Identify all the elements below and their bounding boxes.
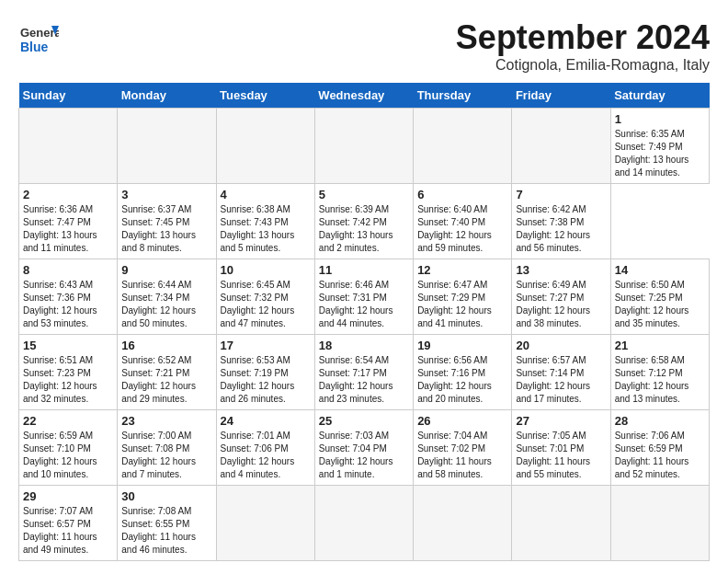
day-info: Sunrise: 6:43 AMSunset: 7:36 PMDaylight:… xyxy=(23,279,113,330)
day-info: Sunrise: 6:42 AMSunset: 7:38 PMDaylight:… xyxy=(516,203,606,255)
calendar-week-3: 15 Sunrise: 6:51 AMSunset: 7:23 PMDaylig… xyxy=(19,335,710,410)
weekday-header-row: SundayMondayTuesdayWednesdayThursdayFrid… xyxy=(19,83,710,109)
day-info: Sunrise: 6:53 AMSunset: 7:19 PMDaylight:… xyxy=(221,354,311,406)
day-info: Sunrise: 6:50 AMSunset: 7:25 PMDaylight:… xyxy=(615,279,705,330)
calendar-day-21: 21 Sunrise: 6:58 AMSunset: 7:12 PMDaylig… xyxy=(610,335,709,410)
day-number: 5 xyxy=(319,188,409,201)
calendar-day-14: 14 Sunrise: 6:50 AMSunset: 7:25 PMDaylig… xyxy=(610,259,709,335)
empty-cell xyxy=(314,486,413,561)
day-number: 15 xyxy=(23,339,113,352)
calendar-day-4: 4 Sunrise: 6:38 AMSunset: 7:43 PMDayligh… xyxy=(216,184,314,259)
day-info: Sunrise: 6:46 AMSunset: 7:31 PMDaylight:… xyxy=(319,279,409,330)
page-header: General Blue September 2024 Cotignola, E… xyxy=(18,18,710,74)
day-number: 8 xyxy=(23,263,113,277)
title-block: September 2024 Cotignola, Emilia-Romagna… xyxy=(456,18,710,74)
day-number: 20 xyxy=(516,339,606,352)
day-info: Sunrise: 6:35 AMSunset: 7:49 PMDaylight:… xyxy=(615,128,705,179)
calendar-day-5: 5 Sunrise: 6:39 AMSunset: 7:42 PMDayligh… xyxy=(314,184,413,259)
calendar-day-27: 27 Sunrise: 7:05 AMSunset: 7:01 PMDaylig… xyxy=(512,410,610,486)
logo: General Blue xyxy=(18,18,59,59)
day-info: Sunrise: 6:44 AMSunset: 7:34 PMDaylight:… xyxy=(121,279,211,330)
calendar-day-22: 22 Sunrise: 6:59 AMSunset: 7:10 PMDaylig… xyxy=(19,410,118,486)
calendar-day-13: 13 Sunrise: 6:49 AMSunset: 7:27 PMDaylig… xyxy=(512,259,610,335)
day-info: Sunrise: 6:37 AMSunset: 7:45 PMDaylight:… xyxy=(121,203,211,255)
calendar-day-3: 3 Sunrise: 6:37 AMSunset: 7:45 PMDayligh… xyxy=(118,184,216,259)
calendar-day-7: 7 Sunrise: 6:42 AMSunset: 7:38 PMDayligh… xyxy=(512,184,610,259)
day-number: 18 xyxy=(319,339,409,352)
calendar-day-12: 12 Sunrise: 6:47 AMSunset: 7:29 PMDaylig… xyxy=(414,259,512,335)
calendar-day-9: 9 Sunrise: 6:44 AMSunset: 7:34 PMDayligh… xyxy=(118,259,216,335)
day-info: Sunrise: 6:58 AMSunset: 7:12 PMDaylight:… xyxy=(615,354,705,406)
empty-cell xyxy=(216,486,314,561)
day-number: 6 xyxy=(417,188,507,201)
day-number: 24 xyxy=(221,414,311,428)
calendar-day-10: 10 Sunrise: 6:45 AMSunset: 7:32 PMDaylig… xyxy=(216,259,314,335)
weekday-header-monday: Monday xyxy=(118,83,216,109)
weekday-header-tuesday: Tuesday xyxy=(216,83,314,109)
day-info: Sunrise: 6:57 AMSunset: 7:14 PMDaylight:… xyxy=(516,354,606,406)
day-info: Sunrise: 6:36 AMSunset: 7:47 PMDaylight:… xyxy=(23,203,113,255)
day-number: 3 xyxy=(121,188,211,201)
month-title: September 2024 xyxy=(456,18,710,57)
calendar-body: 1 Sunrise: 6:35 AMSunset: 7:49 PMDayligh… xyxy=(19,109,710,561)
calendar-day-2: 2 Sunrise: 6:36 AMSunset: 7:47 PMDayligh… xyxy=(19,184,118,259)
day-info: Sunrise: 6:59 AMSunset: 7:10 PMDaylight:… xyxy=(23,430,113,481)
day-number: 13 xyxy=(516,263,606,277)
day-number: 29 xyxy=(23,489,113,503)
calendar-day-11: 11 Sunrise: 6:46 AMSunset: 7:31 PMDaylig… xyxy=(314,259,413,335)
location-title: Cotignola, Emilia-Romagna, Italy xyxy=(456,57,710,74)
calendar-week-2: 8 Sunrise: 6:43 AMSunset: 7:36 PMDayligh… xyxy=(19,259,710,335)
empty-cell xyxy=(118,109,216,184)
logo-icon: General Blue xyxy=(18,18,59,59)
day-number: 25 xyxy=(319,414,409,428)
empty-cell xyxy=(512,109,610,184)
day-info: Sunrise: 6:39 AMSunset: 7:42 PMDaylight:… xyxy=(319,203,409,255)
day-info: Sunrise: 6:51 AMSunset: 7:23 PMDaylight:… xyxy=(23,354,113,406)
calendar-day-8: 8 Sunrise: 6:43 AMSunset: 7:36 PMDayligh… xyxy=(19,259,118,335)
day-number: 30 xyxy=(121,489,211,503)
day-number: 21 xyxy=(615,339,705,352)
calendar-day-23: 23 Sunrise: 7:00 AMSunset: 7:08 PMDaylig… xyxy=(118,410,216,486)
calendar-week-1: 2 Sunrise: 6:36 AMSunset: 7:47 PMDayligh… xyxy=(19,184,710,259)
day-number: 12 xyxy=(417,263,507,277)
day-number: 14 xyxy=(615,263,705,277)
calendar-day-29: 29 Sunrise: 7:07 AMSunset: 6:57 PMDaylig… xyxy=(19,486,118,561)
day-info: Sunrise: 6:40 AMSunset: 7:40 PMDaylight:… xyxy=(417,203,507,255)
empty-cell xyxy=(19,109,118,184)
empty-cell xyxy=(216,109,314,184)
calendar-day-17: 17 Sunrise: 6:53 AMSunset: 7:19 PMDaylig… xyxy=(216,335,314,410)
day-info: Sunrise: 7:01 AMSunset: 7:06 PMDaylight:… xyxy=(221,430,311,481)
day-number: 2 xyxy=(23,188,113,201)
weekday-header-friday: Friday xyxy=(512,83,610,109)
calendar-week-4: 22 Sunrise: 6:59 AMSunset: 7:10 PMDaylig… xyxy=(19,410,710,486)
calendar-day-1: 1 Sunrise: 6:35 AMSunset: 7:49 PMDayligh… xyxy=(610,109,709,184)
day-info: Sunrise: 7:05 AMSunset: 7:01 PMDaylight:… xyxy=(516,430,606,481)
day-number: 9 xyxy=(121,263,211,277)
day-info: Sunrise: 7:08 AMSunset: 6:55 PMDaylight:… xyxy=(121,505,211,557)
calendar-day-24: 24 Sunrise: 7:01 AMSunset: 7:06 PMDaylig… xyxy=(216,410,314,486)
day-number: 26 xyxy=(417,414,507,428)
calendar-day-6: 6 Sunrise: 6:40 AMSunset: 7:40 PMDayligh… xyxy=(414,184,512,259)
calendar-day-16: 16 Sunrise: 6:52 AMSunset: 7:21 PMDaylig… xyxy=(118,335,216,410)
day-number: 1 xyxy=(615,112,705,126)
day-number: 19 xyxy=(417,339,507,352)
day-number: 28 xyxy=(615,414,705,428)
calendar-table: SundayMondayTuesdayWednesdayThursdayFrid… xyxy=(18,83,710,561)
day-number: 27 xyxy=(516,414,606,428)
day-number: 10 xyxy=(221,263,311,277)
calendar-day-19: 19 Sunrise: 6:56 AMSunset: 7:16 PMDaylig… xyxy=(414,335,512,410)
day-info: Sunrise: 6:47 AMSunset: 7:29 PMDaylight:… xyxy=(417,279,507,330)
day-number: 23 xyxy=(121,414,211,428)
day-number: 16 xyxy=(121,339,211,352)
weekday-header-wednesday: Wednesday xyxy=(314,83,413,109)
calendar-week-0: 1 Sunrise: 6:35 AMSunset: 7:49 PMDayligh… xyxy=(19,109,710,184)
weekday-header-sunday: Sunday xyxy=(19,83,118,109)
day-info: Sunrise: 6:52 AMSunset: 7:21 PMDaylight:… xyxy=(121,354,211,406)
calendar-week-5: 29 Sunrise: 7:07 AMSunset: 6:57 PMDaylig… xyxy=(19,486,710,561)
day-info: Sunrise: 7:04 AMSunset: 7:02 PMDaylight:… xyxy=(417,430,507,481)
calendar-day-15: 15 Sunrise: 6:51 AMSunset: 7:23 PMDaylig… xyxy=(19,335,118,410)
empty-cell xyxy=(414,109,512,184)
day-number: 4 xyxy=(221,188,311,201)
empty-cell xyxy=(512,486,610,561)
day-info: Sunrise: 6:56 AMSunset: 7:16 PMDaylight:… xyxy=(417,354,507,406)
